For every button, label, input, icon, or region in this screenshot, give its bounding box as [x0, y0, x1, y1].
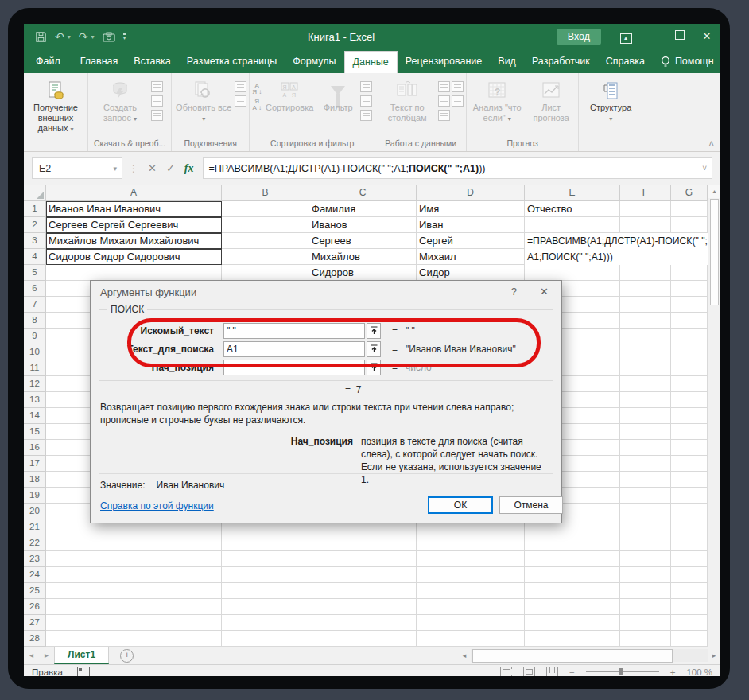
- close-icon[interactable]: ✕: [693, 24, 720, 49]
- cell-F13[interactable]: [620, 392, 671, 408]
- cell-G26[interactable]: [671, 599, 708, 615]
- tab-file[interactable]: Файл: [24, 50, 72, 73]
- cell-E2[interactable]: [525, 217, 620, 233]
- enter-entry-icon[interactable]: ✓: [166, 162, 175, 174]
- cell-E1[interactable]: Отчество: [525, 201, 620, 217]
- cell-E28[interactable]: [525, 631, 620, 647]
- cell-G15[interactable]: [671, 424, 708, 440]
- cell-F7[interactable]: [620, 297, 671, 313]
- cell-E25[interactable]: [525, 583, 620, 599]
- cell-G5[interactable]: [671, 265, 708, 281]
- cancel-entry-icon[interactable]: ✕: [148, 162, 157, 174]
- cell-A5[interactable]: [46, 265, 222, 281]
- minimize-icon[interactable]: —: [639, 24, 666, 49]
- collapse-ribbon-icon[interactable]: ˄: [709, 138, 714, 148]
- cell-F16[interactable]: [620, 440, 671, 456]
- cell-F15[interactable]: [620, 424, 671, 440]
- cell-G9[interactable]: [671, 329, 708, 344]
- horizontal-scrollbar[interactable]: ◂ ▸: [458, 648, 720, 663]
- row-header-23[interactable]: 23: [24, 551, 46, 567]
- cell-D28[interactable]: [417, 631, 525, 647]
- cell-G2[interactable]: [671, 217, 708, 233]
- argument-input-nach-pozitsiya[interactable]: [223, 360, 365, 375]
- camera-icon[interactable]: [103, 32, 115, 42]
- column-header-E[interactable]: E: [525, 185, 620, 201]
- cell-G8[interactable]: [671, 313, 708, 329]
- cell-A28[interactable]: [46, 631, 222, 647]
- ribbon-tab-Формулы[interactable]: Формулы: [285, 50, 343, 73]
- row-header-26[interactable]: 26: [24, 599, 46, 615]
- collapse-dialog-icon[interactable]: [367, 323, 381, 339]
- cell-D22[interactable]: [417, 535, 525, 551]
- row-header-15[interactable]: 15: [24, 424, 46, 440]
- row-header-1[interactable]: 1: [24, 201, 46, 217]
- expand-formula-bar-icon[interactable]: ˅: [702, 164, 707, 173]
- collapse-dialog-icon[interactable]: [367, 341, 381, 357]
- cell-G21[interactable]: [671, 519, 708, 535]
- cell-C28[interactable]: [309, 631, 417, 647]
- cell-C25[interactable]: [309, 583, 417, 599]
- cell-G13[interactable]: [671, 392, 708, 408]
- argument-input-tekst-dlya-poiska[interactable]: A1: [223, 341, 365, 357]
- horizontal-scroll-thumb[interactable]: [472, 649, 673, 663]
- cell-B22[interactable]: [222, 535, 309, 551]
- cancel-button[interactable]: Отмена: [499, 496, 563, 514]
- cell-G10[interactable]: [671, 344, 708, 360]
- ribbon-tab-Разметка страницы[interactable]: Разметка страницы: [179, 50, 285, 73]
- row-header-18[interactable]: 18: [24, 472, 46, 488]
- row-header-4[interactable]: 4: [24, 249, 46, 265]
- zoom-level[interactable]: 100 %: [686, 667, 712, 677]
- row-header-10[interactable]: 10: [24, 344, 46, 360]
- cell-F14[interactable]: [620, 408, 671, 424]
- cell-G22[interactable]: [671, 535, 708, 551]
- cell-E26[interactable]: [525, 599, 620, 615]
- cell-D27[interactable]: [417, 615, 525, 631]
- cell-F25[interactable]: [620, 583, 671, 599]
- ribbon-tab-Вставка[interactable]: Вставка: [126, 50, 178, 73]
- ribbon-tab-Разработчик[interactable]: Разработчик: [524, 50, 598, 73]
- cell-A1[interactable]: Иванов Иван Иванович: [46, 201, 222, 217]
- cell-C22[interactable]: [309, 535, 417, 551]
- cell-C27[interactable]: [309, 615, 417, 631]
- row-header-25[interactable]: 25: [24, 583, 46, 599]
- cell-E24[interactable]: [525, 567, 620, 583]
- cell-G23[interactable]: [671, 551, 708, 567]
- outline-button[interactable]: Структура▾: [581, 76, 640, 124]
- cell-D24[interactable]: [417, 567, 525, 583]
- cell-C26[interactable]: [309, 599, 417, 615]
- argument-input-iskomyi-tekst[interactable]: " ": [223, 323, 365, 339]
- row-header-16[interactable]: 16: [24, 440, 46, 456]
- ribbon-tab-Главная[interactable]: Главная: [72, 50, 126, 73]
- cell-G1[interactable]: [671, 201, 708, 217]
- cell-G11[interactable]: [671, 360, 708, 376]
- cell-B2[interactable]: [222, 217, 309, 233]
- cell-E22[interactable]: [525, 535, 620, 551]
- cell-B5[interactable]: [222, 265, 309, 281]
- page-layout-view-icon[interactable]: [523, 667, 535, 676]
- cell-F12[interactable]: [620, 376, 671, 392]
- collapse-dialog-icon[interactable]: [367, 360, 381, 375]
- cell-G28[interactable]: [671, 631, 708, 647]
- cell-B1[interactable]: [222, 201, 309, 217]
- column-header-F[interactable]: F: [620, 185, 671, 201]
- redo-icon[interactable]: ↷: [79, 30, 88, 43]
- cell-G7[interactable]: [671, 297, 708, 313]
- maximize-icon[interactable]: [666, 24, 693, 49]
- vertical-scroll-thumb[interactable]: [710, 199, 719, 305]
- function-help-link[interactable]: Справка по этой функции: [100, 500, 214, 511]
- cell-F24[interactable]: [620, 567, 671, 583]
- ribbon-tab-Рецензирование[interactable]: Рецензирование: [398, 50, 491, 73]
- row-header-9[interactable]: 9: [24, 329, 46, 344]
- cell-A25[interactable]: [46, 583, 222, 599]
- previous-sheet-icon[interactable]: ◂: [24, 648, 39, 664]
- cell-F1[interactable]: [620, 201, 671, 217]
- cell-B4[interactable]: [222, 249, 309, 265]
- row-header-27[interactable]: 27: [24, 615, 46, 631]
- zoom-slider[interactable]: [586, 671, 659, 672]
- cell-G20[interactable]: [671, 504, 708, 519]
- cell-G18[interactable]: [671, 472, 708, 488]
- row-header-21[interactable]: 21: [24, 519, 46, 535]
- cell-C23[interactable]: [309, 551, 417, 567]
- cell-D23[interactable]: [417, 551, 525, 567]
- cell-F6[interactable]: [620, 281, 671, 297]
